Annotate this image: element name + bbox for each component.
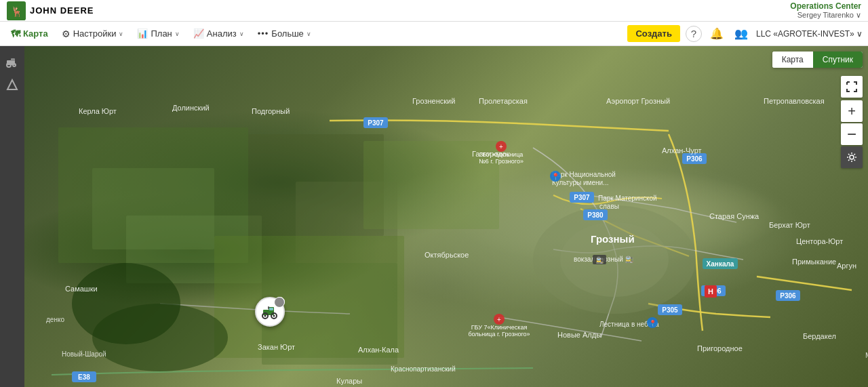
analysis-nav-icon: 📈 [193,28,204,39]
svg-point-20 [92,304,228,371]
svg-point-17 [533,205,696,314]
map-settings-button[interactable] [841,146,863,168]
help-button[interactable]: ? [686,26,702,42]
svg-text:Р307: Р307 [574,194,590,201]
fullscreen-button[interactable] [841,76,863,98]
settings-chevron-icon: ∨ [119,30,123,37]
svg-text:ГБУ «Больница: ГБУ «Больница [479,151,524,158]
svg-text:Пригородное: Пригородное [697,344,743,352]
svg-text:Р306: Р306 [686,155,703,163]
svg-text:вокзал Грозный 🚉: вокзал Грозный 🚉 [574,255,634,264]
svg-rect-101 [269,308,273,310]
svg-text:H: H [708,287,713,296]
nav-map-label: Карта [23,28,48,39]
svg-text:ГБУ 7«Клиническая: ГБУ 7«Клиническая [471,324,528,331]
svg-text:Пролетарская: Пролетарская [479,97,528,105]
svg-text:Закан Юрт: Закан Юрт [258,343,295,351]
svg-text:Алхан-Кала: Алхан-Кала [358,346,399,354]
bell-icon: 🔔 [710,28,724,39]
nav-item-more[interactable]: ••• Больше ∨ [252,26,317,41]
map-icon: 🗺 [11,28,20,39]
svg-text:Самашки: Самашки [65,285,98,293]
svg-text:Р380: Р380 [587,211,604,219]
svg-rect-5 [11,58,15,61]
svg-point-83 [550,171,561,182]
svg-text:📍: 📍 [649,319,657,327]
status-icon [277,299,283,304]
svg-text:Алхан-Чурт: Алхан-Чурт [662,146,702,155]
tractor-icon [255,297,285,327]
svg-text:Новые Алды: Новые Алды [557,331,601,339]
left-sidebar [0,46,24,387]
svg-rect-9 [58,127,248,263]
svg-text:Е38: Е38 [78,373,90,381]
users-button[interactable]: 👥 [732,24,751,43]
nav-item-analysis[interactable]: 📈 Анализ ∨ [188,26,250,41]
svg-text:Краснопартизанский: Краснопартизанский [391,365,456,373]
header: 🦌 JOHN DEERE Operations Center Sergey Ti… [0,0,868,22]
svg-rect-25 [570,192,594,203]
svg-text:№6 г. Грозного»: №6 г. Грозного» [479,158,524,165]
svg-text:денко: денко [46,316,64,323]
svg-text:+: + [499,143,503,150]
svg-rect-11 [126,216,262,283]
svg-text:+: + [497,316,501,323]
svg-text:Центора-Юрт: Центора-Юрт [796,237,843,245]
nav-item-settings[interactable]: ⚙ Настройки ∨ [56,26,130,42]
tractor-sidebar-icon [5,55,19,68]
svg-text:Новый-Шарой: Новый-Шарой [62,350,106,358]
svg-text:славы: славы [599,203,619,210]
map-overlay-svg: Р307 Р306 Р307 Р380 Р306 Р306 Р305 [24,46,868,387]
nav-plan-label: План [151,28,172,39]
svg-rect-16 [363,141,499,229]
company-selector[interactable]: LLC «AGROTEK-INVEST» ∨ [756,29,863,39]
more-chevron-icon: ∨ [307,30,311,37]
map-container[interactable]: Р307 Р306 Р307 Р380 Р306 Р306 Р305 [24,46,868,387]
notifications-button[interactable]: 🔔 [707,24,726,43]
map-type-map-button[interactable]: Карта [772,52,813,68]
zoom-in-button[interactable]: + [841,100,863,122]
sidebar-vehicles-button[interactable] [2,52,22,72]
svg-rect-14 [214,236,404,358]
svg-point-79 [496,141,507,152]
svg-rect-23 [682,153,707,164]
fullscreen-icon [846,81,857,92]
nav-item-map[interactable]: 🗺 Карта [5,26,54,42]
svg-text:Подгорный: Подгорный [252,107,290,115]
sidebar-fields-button[interactable] [2,75,22,95]
company-name: LLC «AGROTEK-INVEST» ∨ [756,29,863,39]
svg-rect-93 [593,255,606,264]
svg-rect-10 [92,168,214,249]
svg-rect-13 [296,182,397,263]
svg-text:Октябрьское: Октябрьское [425,251,469,259]
zoom-in-icon: + [848,104,856,119]
svg-text:Газгородок: Газгородок [472,150,510,158]
svg-text:Аргун: Аргун [837,262,856,270]
logo-text: JOHN DEERE [30,5,94,16]
svg-text:Парк Материнской: Парк Материнской [598,195,657,202]
ops-center-label: Operations Center [790,1,861,11]
svg-point-98 [264,315,267,317]
create-button[interactable]: Создать [627,25,679,42]
vehicle-status-badge [275,297,285,306]
svg-text:Культуры имени...: Культуры имени... [552,179,608,186]
svg-text:Ме...: Ме... [865,351,868,359]
svg-text:Лестница в небеса: Лестница в небеса [599,321,659,328]
svg-text:Парк Национальной: Парк Национальной [552,171,616,178]
header-right: Operations Center Sergey Titarenko ∨ [790,1,861,20]
svg-text:Бердакел: Бердакел [803,332,836,340]
svg-marker-6 [7,80,17,89]
nav-more-label: Больше [271,28,304,39]
map-type-switcher: Карта Спутник [772,52,863,68]
nav-item-plan[interactable]: 📊 План ∨ [132,26,184,41]
map-type-satellite-button[interactable]: Спутник [813,52,863,68]
svg-text:Ханкала: Ханкала [707,260,734,268]
svg-text:Р306: Р306 [780,292,796,300]
user-name: Sergey Titarenko ∨ [797,11,861,20]
tractor-marker[interactable] [255,297,285,327]
gear-icon [846,152,857,163]
svg-text:Кулары: Кулары [336,377,362,385]
main-area: Р307 Р306 Р307 Р380 Р306 Р306 Р305 [0,46,868,387]
navbar: 🗺 Карта ⚙ Настройки ∨ 📊 План ∨ 📈 Анализ … [0,22,868,46]
zoom-out-button[interactable]: − [841,123,863,145]
